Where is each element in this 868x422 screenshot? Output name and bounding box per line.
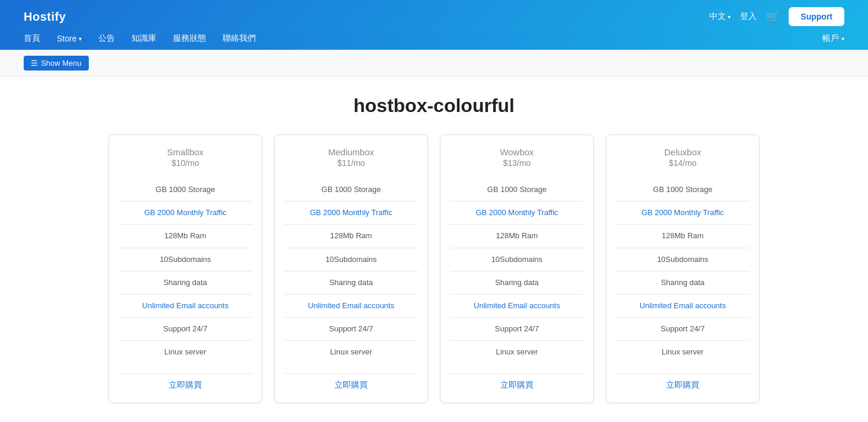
plan-price-0: $10/mo: [172, 158, 200, 168]
feature-item-0-4: Sharing data: [118, 271, 252, 295]
feature-item-3-0: GB 1000 Storage: [616, 178, 750, 202]
lang-chevron-icon: ▾: [728, 14, 731, 20]
show-menu-bar: ☰ Show Menu: [0, 50, 868, 77]
lang-label: 中文: [709, 11, 726, 22]
plan-name-3: Deluxbox: [664, 147, 702, 157]
support-button[interactable]: Support: [789, 7, 844, 26]
feature-item-1-2: 128Mb Ram: [284, 225, 418, 248]
main-nav: 首頁 Store ▾ 公告 知識庫 服務狀態 聯絡我們 帳戶 ▾: [0, 33, 868, 50]
feature-item-2-1: GB 2000 Monthly Traffic: [450, 202, 584, 225]
buy-link-2[interactable]: 立即購買: [450, 373, 584, 391]
feature-item-0-3: 10Subdomains: [118, 248, 252, 271]
buy-link-3[interactable]: 立即購買: [616, 373, 750, 391]
feature-item-3-5: Unlimited Email accounts: [616, 295, 750, 318]
feature-item-2-0: GB 1000 Storage: [450, 178, 584, 202]
feature-item-1-3: 10Subdomains: [284, 248, 418, 271]
plan-price-3: $14/mo: [669, 158, 697, 168]
feature-item-3-6: Support 24/7: [616, 318, 750, 341]
login-button[interactable]: 登入: [740, 11, 757, 22]
plan-price-2: $13/mo: [503, 158, 531, 168]
header-top: Hostify 中文 ▾ 登入 🛒 Support: [0, 0, 868, 33]
language-selector[interactable]: 中文 ▾: [709, 11, 731, 22]
nav-item-announcements[interactable]: 公告: [98, 33, 115, 44]
pricing-card-wowbox: Wowbox$13/moGB 1000 StorageGB 2000 Month…: [440, 135, 594, 403]
pricing-card-smallbox: Smallbox$10/moGB 1000 StorageGB 2000 Mon…: [108, 135, 262, 403]
store-chevron-icon: ▾: [79, 36, 82, 42]
brand-logo: Hostify: [24, 10, 66, 24]
nav-item-knowledgebase[interactable]: 知識庫: [131, 33, 156, 44]
feature-item-1-5: Unlimited Email accounts: [284, 295, 418, 318]
feature-list-1: GB 1000 StorageGB 2000 Monthly Traffic12…: [284, 178, 418, 364]
pricing-card-deluxbox: Deluxbox$14/moGB 1000 StorageGB 2000 Mon…: [606, 135, 760, 403]
feature-list-2: GB 1000 StorageGB 2000 Monthly Traffic12…: [450, 178, 584, 364]
feature-item-2-4: Sharing data: [450, 271, 584, 295]
feature-list-3: GB 1000 StorageGB 2000 Monthly Traffic12…: [616, 178, 750, 364]
feature-item-2-6: Support 24/7: [450, 318, 584, 341]
nav-item-status[interactable]: 服務狀態: [173, 33, 206, 44]
feature-item-3-3: 10Subdomains: [616, 248, 750, 271]
feature-item-1-1: GB 2000 Monthly Traffic: [284, 202, 418, 225]
feature-item-2-7: Linux server: [450, 341, 584, 363]
feature-item-0-0: GB 1000 Storage: [118, 178, 252, 202]
header-actions: 中文 ▾ 登入 🛒 Support: [709, 7, 844, 26]
plan-name-1: Mediumbox: [328, 147, 374, 157]
pricing-grid: Smallbox$10/moGB 1000 StorageGB 2000 Mon…: [108, 135, 760, 403]
show-menu-label: Show Menu: [41, 59, 82, 68]
show-menu-icon: ☰: [31, 59, 38, 68]
buy-link-0[interactable]: 立即購買: [118, 373, 252, 391]
feature-item-3-7: Linux server: [616, 341, 750, 363]
plan-price-1: $11/mo: [337, 158, 365, 168]
page-title: hostbox-colourful: [24, 95, 844, 117]
feature-item-0-7: Linux server: [118, 341, 252, 363]
plan-name-2: Wowbox: [500, 147, 533, 157]
feature-list-0: GB 1000 StorageGB 2000 Monthly Traffic12…: [118, 178, 252, 364]
show-menu-button[interactable]: ☰ Show Menu: [24, 56, 89, 71]
buy-link-1[interactable]: 立即購買: [284, 373, 418, 391]
feature-item-2-3: 10Subdomains: [450, 248, 584, 271]
feature-item-0-2: 128Mb Ram: [118, 225, 252, 248]
account-chevron-icon: ▾: [841, 36, 844, 42]
feature-item-3-2: 128Mb Ram: [616, 225, 750, 248]
feature-item-1-4: Sharing data: [284, 271, 418, 295]
nav-item-store[interactable]: Store ▾: [57, 34, 82, 43]
nav-items: 首頁 Store ▾ 公告 知識庫 服務狀態 聯絡我們: [24, 33, 256, 44]
nav-item-contact[interactable]: 聯絡我們: [223, 33, 256, 44]
feature-item-0-5: Unlimited Email accounts: [118, 295, 252, 318]
feature-item-1-6: Support 24/7: [284, 318, 418, 341]
feature-item-2-2: 128Mb Ram: [450, 225, 584, 248]
feature-item-0-1: GB 2000 Monthly Traffic: [118, 202, 252, 225]
feature-item-0-6: Support 24/7: [118, 318, 252, 341]
pricing-card-mediumbox: Mediumbox$11/moGB 1000 StorageGB 2000 Mo…: [274, 135, 428, 403]
feature-item-3-1: GB 2000 Monthly Traffic: [616, 202, 750, 225]
account-menu[interactable]: 帳戶 ▾: [822, 33, 844, 44]
cart-icon[interactable]: 🛒: [766, 10, 779, 23]
feature-item-2-5: Unlimited Email accounts: [450, 295, 584, 318]
feature-item-1-7: Linux server: [284, 341, 418, 363]
main-content: hostbox-colourful Smallbox$10/moGB 1000 …: [0, 77, 868, 422]
plan-name-0: Smallbox: [167, 147, 204, 157]
nav-item-home[interactable]: 首頁: [24, 33, 40, 44]
feature-item-1-0: GB 1000 Storage: [284, 178, 418, 202]
account-label: 帳戶: [822, 33, 839, 44]
feature-item-3-4: Sharing data: [616, 271, 750, 295]
